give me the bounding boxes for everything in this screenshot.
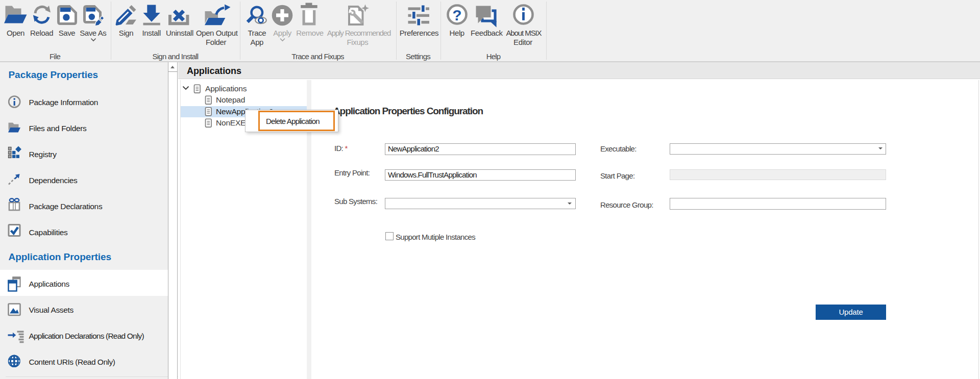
svg-text:?: ? (452, 7, 461, 23)
